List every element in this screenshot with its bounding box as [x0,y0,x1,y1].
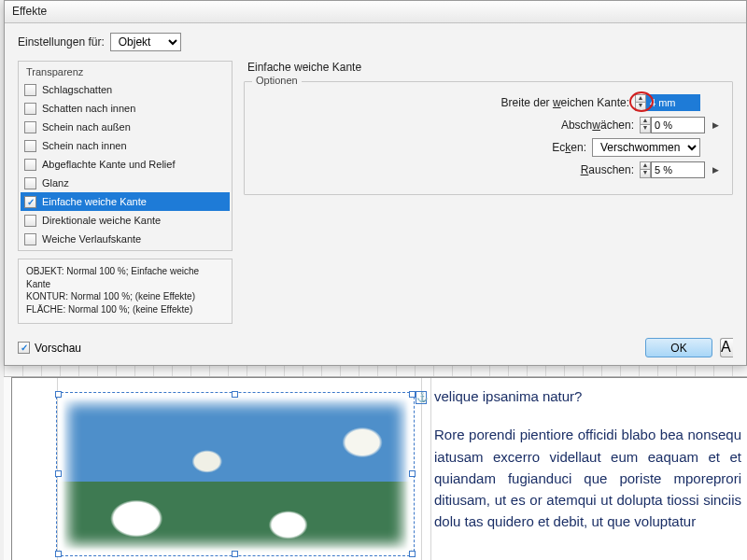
body-text: Rore porendi pientiore officidi blabo be… [434,424,741,532]
preview-label: Vorschau [35,342,81,355]
resize-handle[interactable] [55,470,62,477]
summary-line: OBJEKT: Normal 100 %; Einfache weiche Ka… [26,265,224,290]
effect-checkbox[interactable] [24,84,36,96]
text-heading-fragment: velique ipsanima natur? [434,385,741,407]
effect-label: Weiche Verlaufskante [42,233,141,245]
effect-item[interactable]: Schein nach innen [21,136,230,155]
effect-label: Schein nach außen [42,121,131,133]
attenuate-input[interactable] [651,117,705,133]
summary-line: FLÄCHE: Normal 100 %; (keine Effekte) [26,303,224,316]
resize-handle[interactable] [409,551,416,557]
preview-checkbox-wrap[interactable]: Vorschau [18,342,81,355]
stepper-down-icon[interactable]: ▼ [640,170,651,178]
settings-for-label: Einstellungen für: [18,35,105,49]
cancel-button-partial[interactable]: A [720,338,733,357]
feather-width-input[interactable] [646,94,700,111]
effect-checkbox[interactable] [24,103,36,115]
flyout-icon[interactable]: ▶ [712,120,719,130]
text-column: velique ipsanima natur? Rore porendi pie… [432,385,747,560]
ok-button[interactable]: OK [645,338,712,357]
effect-label: Schatten nach innen [42,103,135,114]
effect-checkbox[interactable] [24,159,36,171]
effect-item[interactable]: Abgeflachte Kante und Relief [21,155,230,174]
resize-handle[interactable] [409,391,416,398]
panel-heading: Einfache weiche Kante [247,61,733,74]
corners-label: Ecken: [552,141,586,154]
effect-label: Glanz [42,177,69,189]
preview-checkbox[interactable] [18,342,30,354]
resize-handle[interactable] [232,551,238,557]
selection-outline [56,392,415,556]
effect-checkbox[interactable] [24,233,36,245]
effect-item[interactable]: Schlagschatten [21,80,230,99]
summary-line: KONTUR: Normal 100 %; (keine Effekte) [26,290,224,303]
effects-group: Transparenz SchlagschattenSchatten nach … [18,61,233,251]
effect-item[interactable]: Direktionale weiche Kante [21,211,230,230]
effect-checkbox[interactable] [24,121,36,133]
anchor-icon: ⚓ [416,391,427,404]
resize-handle[interactable] [232,391,238,398]
document-canvas: ⚓ velique ipsanima natur? Rore porendi p… [4,366,747,560]
effect-label: Schlagschatten [42,84,112,95]
effect-label: Einfache weiche Kante [42,196,147,207]
options-legend: Optionen [252,75,302,86]
effect-checkbox[interactable] [24,215,36,227]
stepper-down-icon[interactable]: ▼ [635,103,646,111]
effect-checkbox[interactable] [24,196,36,208]
ruler-horizontal [4,366,747,377]
effect-item[interactable]: Glanz [21,174,230,192]
effects-summary: OBJEKT: Normal 100 %; Einfache weiche Ka… [18,259,233,324]
feather-width-label: Breite der weichen Kante: [501,96,629,109]
page: ⚓ velique ipsanima natur? Rore porendi p… [11,377,747,560]
resize-handle[interactable] [55,551,62,557]
image-frame[interactable] [59,395,412,553]
effect-item[interactable]: Weiche Verlaufskante [21,230,230,248]
stepper-down-icon[interactable]: ▼ [640,125,651,133]
flyout-icon[interactable]: ▶ [712,165,719,175]
effect-checkbox[interactable] [24,177,36,189]
effects-group-title: Transparenz [21,63,230,80]
settings-for-select[interactable]: Objekt [110,33,181,51]
effect-label: Direktionale weiche Kante [42,215,161,226]
effect-label: Schein nach innen [42,140,127,151]
column-guide [421,378,422,560]
resize-handle[interactable] [409,470,416,477]
attenuate-label: Abschwächen: [561,119,634,132]
effect-item[interactable]: Schatten nach innen [21,99,230,118]
noise-label: Rauschen: [581,163,634,176]
effects-dialog: Effekte Einstellungen für: Objekt Transp… [4,0,747,366]
effect-label: Abgeflachte Kante und Relief [42,159,176,170]
options-fieldset: Optionen Breite der weichen Kante: ▲ ▼ [244,81,733,195]
resize-handle[interactable] [55,391,62,398]
effect-item[interactable]: Schein nach außen [21,118,230,136]
column-guide [430,378,431,560]
effect-item[interactable]: Einfache weiche Kante [21,192,230,211]
corners-select[interactable]: Verschwommen [592,138,700,157]
effect-checkbox[interactable] [24,140,36,152]
attenuate-stepper[interactable]: ▲ ▼ [640,117,705,133]
noise-input[interactable] [651,161,705,178]
noise-stepper[interactable]: ▲ ▼ [640,161,705,178]
feather-width-stepper[interactable]: ▲ ▼ [635,94,700,111]
dialog-title: Effekte [5,1,746,23]
